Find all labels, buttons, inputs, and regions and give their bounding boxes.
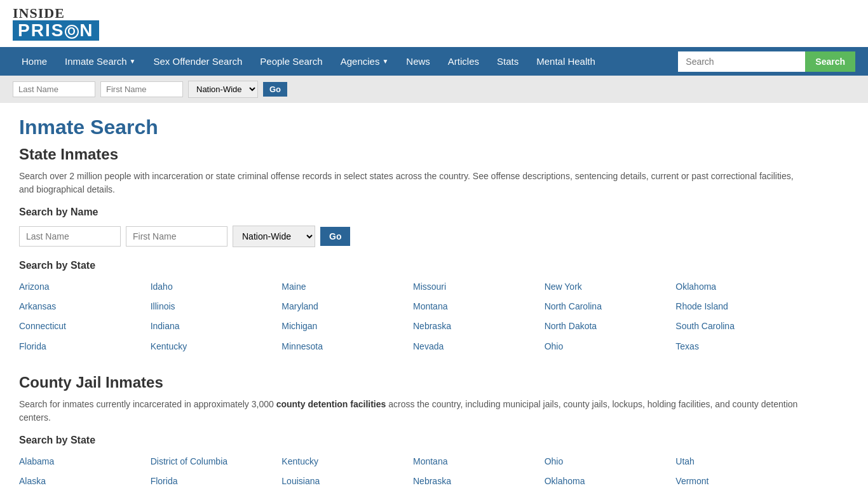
quick-go-button[interactable]: Go (263, 82, 287, 97)
nav-agencies[interactable]: Agencies ▼ (332, 47, 398, 76)
page-title: Inmate Search (19, 116, 807, 139)
state-link-connecticut[interactable]: Connecticut (19, 318, 151, 334)
state-inmates-title: State Inmates (19, 146, 807, 163)
state-link-kentucky[interactable]: Kentucky (151, 339, 282, 355)
county-link-alabama[interactable]: Alabama (19, 454, 151, 470)
navbar-search-input[interactable] (678, 51, 805, 72)
state-link-arkansas[interactable]: Arkansas (19, 299, 151, 315)
nav-links: Home Inmate Search ▼ Sex Offender Search… (13, 47, 604, 76)
state-link-nebraska[interactable]: Nebraska (413, 318, 545, 334)
state-first-name-input[interactable] (126, 226, 227, 247)
navbar-search-button[interactable]: Search (805, 51, 855, 72)
county-search-by-state-label: Search by State (19, 435, 807, 446)
nav-stats[interactable]: Stats (488, 47, 527, 76)
nav-sex-offender[interactable]: Sex Offender Search (144, 47, 251, 76)
nav-mental-health[interactable]: Mental Health (527, 47, 604, 76)
inmate-search-caret: ▼ (130, 58, 136, 65)
county-link-louisiana[interactable]: Louisiana (281, 473, 413, 488)
state-link-oklahoma[interactable]: Oklahoma (675, 279, 807, 295)
state-link-idaho[interactable]: Idaho (151, 279, 282, 295)
county-link-florida[interactable]: Florida (151, 473, 282, 488)
logo-o: O (65, 25, 79, 39)
logo-inside-text: INSIDE (13, 6, 99, 20)
state-link-north-carolina[interactable]: North Carolina (545, 299, 676, 315)
main-content: Inmate Search State Inmates Search over … (0, 103, 826, 488)
county-link-oklahoma[interactable]: Oklahoma (545, 473, 676, 488)
search-by-state-label: Search by State (19, 260, 807, 271)
state-link-maryland[interactable]: Maryland (281, 299, 413, 315)
state-link-indiana[interactable]: Indiana (151, 318, 282, 334)
state-link-arizona[interactable]: Arizona (19, 279, 151, 295)
quick-scope-select[interactable]: Nation-Wide (188, 81, 258, 98)
state-link-missouri[interactable]: Missouri (413, 279, 545, 295)
state-link-new-york[interactable]: New York (545, 279, 676, 295)
state-link-florida[interactable]: Florida (19, 339, 151, 355)
nav-inmate-search[interactable]: Inmate Search ▼ (56, 47, 144, 76)
state-link-michigan[interactable]: Michigan (281, 318, 413, 334)
state-link-nevada[interactable]: Nevada (413, 339, 545, 355)
county-jail-title: County Jail Inmates (19, 374, 807, 391)
county-desc-prefix: Search for inmates currently incarcerate… (19, 399, 276, 409)
county-link-kentucky[interactable]: Kentucky (281, 454, 413, 470)
state-go-button[interactable]: Go (320, 227, 350, 246)
quick-search-bar: Nation-Wide Go (0, 76, 868, 103)
logo-prison-text: PRISON (13, 20, 99, 41)
state-link-montana[interactable]: Montana (413, 299, 545, 315)
county-link-alaska[interactable]: Alaska (19, 473, 151, 488)
state-link-minnesota[interactable]: Minnesota (281, 339, 413, 355)
site-header: INSIDE PRISON (0, 0, 868, 47)
state-link-rhode-island[interactable]: Rhode Island (675, 299, 807, 315)
state-search-form: Nation-Wide Go (19, 226, 807, 247)
county-link-montana[interactable]: Montana (413, 454, 545, 470)
county-link-ohio[interactable]: Ohio (545, 454, 676, 470)
quick-first-name-input[interactable] (100, 81, 183, 97)
state-description: Search over 2 million people with incarc… (19, 170, 807, 196)
site-logo[interactable]: INSIDE PRISON (13, 6, 99, 41)
nav-news[interactable]: News (397, 47, 439, 76)
navbar-search-area: Search (678, 51, 855, 72)
quick-last-name-input[interactable] (13, 81, 95, 97)
county-inmates-grid: Alabama District of Columbia Kentucky Mo… (19, 454, 807, 488)
county-link-nebraska[interactable]: Nebraska (413, 473, 545, 488)
state-link-north-dakota[interactable]: North Dakota (545, 318, 676, 334)
county-link-vermont[interactable]: Vermont (675, 473, 807, 488)
county-link-utah[interactable]: Utah (675, 454, 807, 470)
state-link-illinois[interactable]: Illinois (151, 299, 282, 315)
state-inmates-grid: Arizona Idaho Maine Missouri New York Ok… (19, 279, 807, 355)
county-link-dc[interactable]: District of Columbia (151, 454, 282, 470)
navbar: Home Inmate Search ▼ Sex Offender Search… (0, 47, 868, 76)
search-by-name-label: Search by Name (19, 207, 807, 218)
nav-articles[interactable]: Articles (439, 47, 488, 76)
nav-people-search[interactable]: People Search (251, 47, 331, 76)
agencies-caret: ▼ (382, 58, 388, 65)
state-link-maine[interactable]: Maine (281, 279, 413, 295)
state-link-texas[interactable]: Texas (675, 339, 807, 355)
state-last-name-input[interactable] (19, 226, 121, 247)
county-desc-bold: county detention facilities (276, 399, 386, 409)
county-description: Search for inmates currently incarcerate… (19, 398, 807, 424)
state-link-south-carolina[interactable]: South Carolina (675, 318, 807, 334)
state-link-ohio[interactable]: Ohio (545, 339, 676, 355)
nav-home[interactable]: Home (13, 47, 56, 76)
state-scope-select[interactable]: Nation-Wide (233, 226, 315, 247)
